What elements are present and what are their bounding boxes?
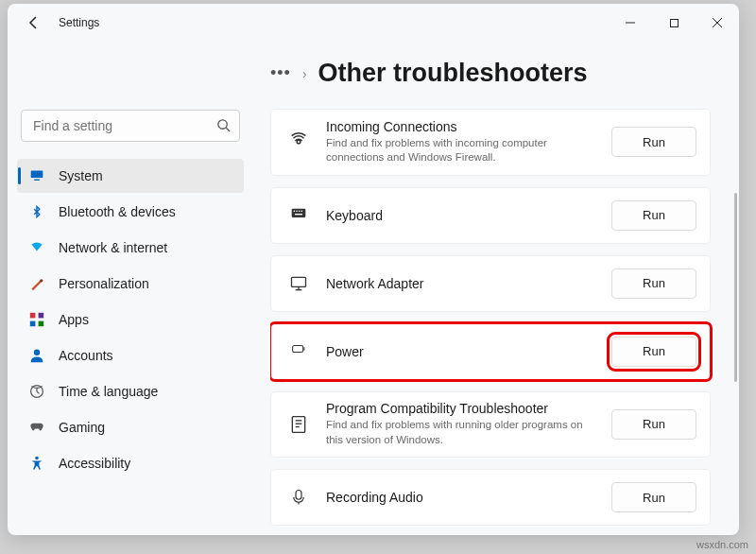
accessibility-icon (28, 455, 45, 472)
run-button-network-adapter[interactable]: Run (611, 268, 696, 299)
close-button[interactable] (696, 4, 739, 42)
svg-rect-12 (39, 321, 44, 327)
breadcrumb: ••• › Other troubleshooters (270, 59, 713, 88)
card-body: Recording Audio (326, 490, 594, 505)
troubleshooter-list: Incoming Connections Find and fix proble… (270, 109, 713, 526)
card-desc: Find and fix problems with running older… (326, 418, 594, 447)
time-icon (28, 383, 45, 400)
run-button-compat[interactable]: Run (611, 409, 696, 440)
card-body: Network Adapter (326, 276, 594, 291)
troubleshooter-card-power: Power Run (270, 323, 711, 380)
card-body: Keyboard (326, 208, 594, 223)
personalization-icon (28, 275, 45, 292)
apps-icon (28, 311, 45, 328)
maximize-button[interactable] (652, 4, 696, 42)
incoming-icon (288, 131, 309, 152)
search-input[interactable] (21, 110, 240, 142)
card-body: Program Compatibility Troubleshooter Fin… (326, 401, 594, 447)
sidebar-item-label: Accessibility (59, 456, 130, 471)
svg-point-4 (218, 120, 227, 129)
svg-rect-9 (30, 313, 36, 319)
svg-rect-21 (301, 210, 302, 211)
sidebar-item-accessibility[interactable]: Accessibility (17, 446, 244, 480)
svg-rect-32 (296, 491, 301, 500)
sidebar-item-accounts[interactable]: Accounts (17, 338, 244, 372)
sidebar-item-personalization[interactable]: Personalization (17, 267, 244, 301)
sidebar-item-apps[interactable]: Apps (17, 303, 244, 337)
sidebar: SystemBluetooth & devicesNetwork & inter… (8, 42, 253, 535)
svg-rect-7 (34, 180, 40, 181)
svg-point-8 (40, 279, 43, 282)
card-title: Program Compatibility Troubleshooter (326, 401, 594, 416)
sidebar-item-label: Bluetooth & devices (59, 204, 176, 219)
search-wrap (21, 110, 240, 142)
card-desc: Find and fix problems with incoming comp… (326, 136, 594, 165)
sidebar-nav: SystemBluetooth & devicesNetwork & inter… (17, 159, 244, 480)
svg-point-16 (297, 140, 301, 144)
run-button-keyboard[interactable]: Run (611, 200, 696, 231)
svg-rect-28 (292, 416, 304, 432)
window-body: SystemBluetooth & devicesNetwork & inter… (8, 42, 739, 535)
svg-rect-17 (292, 208, 306, 216)
troubleshooter-card-keyboard: Keyboard Run (270, 187, 711, 244)
svg-rect-23 (292, 277, 306, 286)
back-button[interactable] (26, 15, 42, 30)
main-panel: ••• › Other troubleshooters Incoming Con… (253, 42, 739, 535)
sidebar-item-network[interactable]: Network & internet (17, 231, 244, 265)
bluetooth-icon (28, 203, 45, 220)
attribution-text: wsxdn.com (696, 539, 748, 550)
svg-rect-6 (31, 170, 43, 178)
settings-window: Settings SystemBluetooth & devicesNetwor… (8, 4, 739, 535)
card-title: Keyboard (326, 208, 594, 223)
card-title: Network Adapter (326, 276, 594, 291)
chevron-right-icon: › (302, 66, 307, 81)
power-icon (288, 341, 309, 362)
system-icon (28, 167, 45, 184)
sidebar-item-bluetooth[interactable]: Bluetooth & devices (17, 195, 244, 229)
card-title: Incoming Connections (326, 119, 594, 134)
breadcrumb-overflow-button[interactable]: ••• (270, 63, 291, 83)
card-body: Power (326, 344, 594, 359)
svg-rect-10 (39, 313, 44, 319)
app-title: Settings (59, 16, 99, 29)
compat-icon (288, 414, 309, 435)
card-body: Incoming Connections Find and fix proble… (326, 119, 594, 165)
svg-point-13 (34, 350, 40, 355)
sidebar-item-label: System (59, 168, 103, 183)
svg-line-5 (226, 128, 230, 131)
sidebar-item-label: Network & internet (59, 240, 167, 255)
svg-rect-22 (295, 214, 302, 215)
svg-rect-26 (293, 345, 303, 352)
svg-rect-19 (296, 210, 297, 211)
run-button-power[interactable]: Run (611, 337, 696, 367)
recording-icon (288, 487, 309, 508)
run-button-recording[interactable]: Run (611, 482, 696, 512)
scrollbar-thumb[interactable] (734, 193, 737, 382)
search-icon (216, 118, 231, 132)
sidebar-item-system[interactable]: System (17, 159, 244, 193)
network-icon (28, 239, 45, 256)
gaming-icon (28, 419, 45, 436)
minimize-button[interactable] (609, 4, 652, 42)
card-title: Power (326, 344, 594, 359)
sidebar-item-label: Time & language (59, 384, 158, 399)
sidebar-item-gaming[interactable]: Gaming (17, 410, 244, 444)
run-button-incoming[interactable]: Run (611, 127, 696, 157)
titlebar: Settings (8, 4, 739, 42)
network-adapter-icon (288, 273, 309, 294)
troubleshooter-card-incoming: Incoming Connections Find and fix proble… (270, 109, 711, 176)
troubleshooter-card-compat: Program Compatibility Troubleshooter Fin… (270, 391, 711, 459)
troubleshooter-card-network-adapter: Network Adapter Run (270, 255, 711, 312)
svg-rect-18 (294, 210, 295, 211)
keyboard-icon (288, 205, 309, 226)
sidebar-item-label: Gaming (59, 420, 105, 435)
sidebar-item-label: Personalization (59, 276, 149, 291)
troubleshooter-card-recording: Recording Audio Run (270, 469, 711, 526)
card-title: Recording Audio (326, 490, 594, 505)
page-title: Other troubleshooters (318, 59, 588, 88)
sidebar-item-label: Accounts (59, 348, 113, 363)
accounts-icon (28, 347, 45, 364)
sidebar-item-time[interactable]: Time & language (17, 374, 244, 408)
svg-point-15 (35, 457, 39, 460)
svg-rect-11 (30, 321, 36, 327)
